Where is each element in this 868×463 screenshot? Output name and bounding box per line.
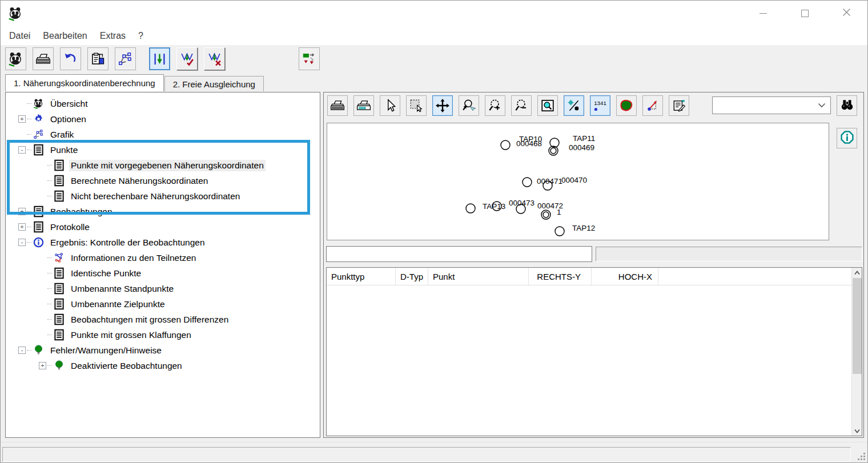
tree-item-label: Punkte mit vorgegebenen Näherungskoordin… [69,160,266,171]
panda-icon [8,51,23,67]
minimize-icon [760,13,767,14]
column-header-d-typ[interactable]: D-Typ [396,268,428,285]
zoom-in-button[interactable] [485,95,505,116]
document-icon [53,329,65,341]
tree-item-ergebnis-kontrolle-der-beobachtungen[interactable]: -Ergebnis: Kontrolle der Beobachtungen [6,235,320,250]
accept-observations-button[interactable] [176,47,198,70]
zoom-fit-button[interactable] [537,95,558,116]
collapse-minus-icon[interactable]: - [18,239,26,246]
tab-2-freie-ausgleichung[interactable]: 2. Freie Ausgleichung [164,76,264,91]
tree-item-umbenannte-standpunkte[interactable]: Umbenannte Standpunkte [6,281,320,296]
tree-item-label: Deaktivierte Beobachtungen [69,360,184,372]
print-setup-button[interactable] [353,95,374,116]
print-graphic-button[interactable] [327,95,348,116]
paste-button[interactable] [87,47,108,70]
tree-item-optionen[interactable]: +Optionen [6,111,320,127]
window-controls [742,1,867,26]
tree-item-beobachtungen-mit-grossen-differenzen[interactable]: Beobachtungen mit grossen Differenzen [6,312,320,327]
main-toolbar [1,45,867,74]
map-point[interactable] [466,204,475,213]
title-bar [1,1,867,26]
open-project-button[interactable] [5,47,26,70]
network-map-canvas[interactable]: TAP10000468TAP11000469000471000470TAP130… [327,123,829,240]
tree-item-punkte[interactable]: -Punkte [6,142,320,158]
document-icon [53,190,65,203]
point-symbols-button[interactable] [564,95,584,116]
tree-item-label: Punkte mit grossen Klaffungen [69,329,193,341]
vector-button[interactable] [642,95,663,116]
resize-grip-icon[interactable] [858,453,866,461]
graph-nodes-icon [118,51,133,67]
point-labels-icon: 1341 [593,98,608,113]
expand-plus-icon[interactable]: + [18,223,26,231]
tree-item-beobachtungen[interactable]: +Beobachtungen [6,204,320,219]
expand-plus-icon[interactable]: + [18,115,26,123]
graphic-button[interactable] [115,47,136,70]
tree-item-protokolle[interactable]: +Protokolle [6,219,320,235]
scroll-down-icon[interactable] [852,426,862,436]
map-point[interactable] [555,227,564,236]
transfer-results-button[interactable] [299,47,320,70]
document-icon [53,283,65,295]
tree-item-label: Beobachtungen [49,206,114,218]
graphic-properties-button[interactable] [669,95,689,116]
column-header-rechts-y[interactable]: RECHTS-Y [529,268,592,285]
reject-observations-button[interactable] [204,47,225,70]
map-point[interactable] [501,140,510,150]
table-scrollbar[interactable] [851,268,862,436]
close-button[interactable] [826,1,867,26]
tab-1-näherungskoordinatenberechnung[interactable]: 1. Näherungskoordinatenberechnung [5,74,164,91]
menu-extras[interactable]: Extras [94,26,132,45]
expand-plus-icon[interactable]: + [39,362,46,369]
menu-datei[interactable]: Datei [3,26,37,45]
tree-item-label: Beobachtungen mit grossen Differenzen [69,314,230,325]
app-panda-icon [8,6,23,21]
point-symbol-icon [566,98,581,113]
tree-item-deaktivierte-beobachtungen[interactable]: +Deaktivierte Beobachtungen [6,358,320,373]
document-icon [33,206,44,218]
map-point[interactable] [523,178,532,187]
select-region-button[interactable] [406,95,427,116]
column-header-hoch-x[interactable]: HOCH-X [592,268,658,285]
bulb-icon [53,360,65,372]
maximize-button[interactable] [784,1,826,26]
tree-item-umbenannte-zielpunkte[interactable]: Umbenannte Zielpunkte [6,296,320,312]
tree-item-identische-punkte[interactable]: Identische Punkte [6,265,320,281]
zoom-window-button[interactable] [459,95,479,116]
area-fill-button[interactable] [616,95,637,116]
point-labels-button[interactable]: 1341 [590,95,610,116]
zoom-out-button[interactable] [511,95,532,116]
gear-icon [33,113,44,126]
document-icon [53,159,65,172]
tree-item-fehler-warnungen-hinweise[interactable]: -Fehler/Warnungen/Hinweise [6,343,320,358]
zentriere-auf-punkt-dropdown[interactable] [712,96,831,114]
expand-plus-icon[interactable]: + [18,208,26,215]
pan-button[interactable] [432,95,453,116]
tree-item-informationen-zu-den-teilnetzen[interactable]: Informationen zu den Teilnetzen [6,250,320,265]
undo-icon [63,51,78,67]
scroll-up-icon[interactable] [852,268,862,277]
tree-item-berechnete-näherungskoordinaten[interactable]: Berechnete Näherungskoordinaten [6,173,320,188]
tree-item-label: Fehler/Warnungen/Hinweise [49,345,163,356]
search-point-button[interactable] [837,95,857,116]
status-panel [2,447,851,462]
collapse-minus-icon[interactable]: - [18,347,26,354]
tree-item-nicht-berechenbare-näherungskoordinaten[interactable]: Nicht berechenbare Näherungskoordinaten [6,188,320,204]
tree-item-punkte-mit-grossen-klaffungen[interactable]: Punkte mit grossen Klaffungen [6,327,320,343]
column-header-punkttyp[interactable]: Punkttyp [327,268,396,285]
undo-button[interactable] [60,47,81,70]
menu-bearbeiten[interactable]: Bearbeiten [37,26,93,45]
tree-item-punkte-mit-vorgegebenen-näherungskoordinaten[interactable]: Punkte mit vorgegebenen Näherungskoordin… [6,158,320,173]
map-info-button[interactable] [837,128,857,148]
import-observations-button[interactable] [149,47,170,70]
print-button[interactable] [33,47,54,70]
collapse-minus-icon[interactable]: - [18,146,26,154]
scrollbar-thumb[interactable] [853,278,862,374]
tree-item-grafik[interactable]: Grafik [6,127,320,142]
pointer-button[interactable] [380,95,400,116]
menu-[interactable]: ? [132,26,150,45]
minimize-button[interactable] [742,1,784,26]
tree-item-übersicht[interactable]: Übersicht [6,96,320,111]
tree-item-label: Übersicht [49,98,89,110]
column-header-punkt[interactable]: Punkt [428,268,529,285]
